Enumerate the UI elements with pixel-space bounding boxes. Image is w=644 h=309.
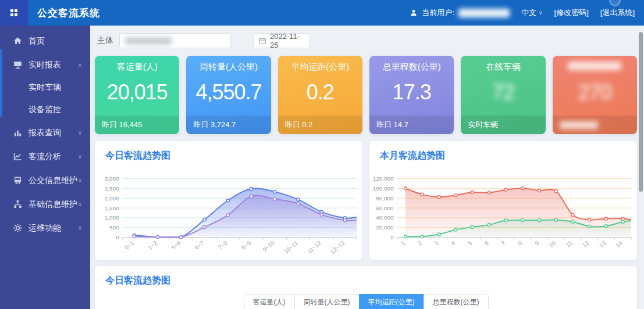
gear-icon (13, 223, 23, 233)
svg-text:2,500: 2,500 (105, 185, 119, 192)
sidebar-item-label: 客流分析 (29, 152, 61, 162)
svg-text:2,000: 2,000 (105, 195, 119, 202)
sidebar-item-home[interactable]: 首页 (0, 29, 90, 53)
svg-text:10~11: 10~11 (283, 239, 299, 254)
sidebar-item-label: 公交信息维护 (29, 175, 77, 186)
stat-card-footer: 昨日 16,445 (95, 116, 179, 134)
change-password-link[interactable]: [修改密码] (554, 8, 589, 18)
svg-text:8: 8 (517, 239, 524, 246)
chevron-down-icon: ∨ (78, 225, 82, 231)
sidebar-item-base-info[interactable]: 基础信息维护∨ (0, 192, 90, 216)
svg-text:20,000: 20,000 (376, 224, 394, 231)
stat-card-3: 总里程数(公里)17.3昨日 14.7 (369, 56, 454, 134)
logout-link[interactable]: [退出系统] (600, 8, 635, 18)
chart-canvas: 05001,0001,5002,0002,5003,0000~11~25~66~… (96, 163, 361, 260)
svg-text:100,000: 100,000 (373, 185, 394, 192)
subject-value-redacted (125, 37, 172, 45)
bars-icon (13, 128, 23, 138)
svg-text:9: 9 (533, 239, 540, 246)
stat-card-value: 4,550.7 (186, 80, 271, 105)
subject-input[interactable] (119, 33, 231, 48)
svg-text:5~6: 5~6 (170, 239, 182, 251)
today-trend-chart: 05001,0001,5002,0002,5003,0000~11~25~66~… (95, 163, 362, 260)
chevron-down-icon: ∨ (78, 201, 82, 207)
app-root: 公交客流系统 当前用户: 中文 ∨ [修改密码] [退出系统] 首页实时报表∧实… (0, 0, 644, 309)
filter-toolbar: 主体 2022-11-25 (97, 33, 637, 48)
svg-text:10: 10 (547, 239, 557, 249)
date-picker[interactable]: 2022-11-25 (253, 33, 310, 48)
header-right: 当前用户: 中文 ∨ [修改密码] [退出系统] (410, 8, 644, 18)
svg-text:11~12: 11~12 (306, 239, 322, 254)
stat-card-value: 20,015 (95, 80, 179, 105)
svg-text:1,000: 1,000 (105, 214, 119, 221)
menu-toggle-button[interactable] (0, 0, 28, 26)
stat-card-1: 周转量(人公里)4,550.7昨日 3,724.7 (186, 56, 271, 134)
app-title: 公交客流系统 (37, 6, 100, 20)
svg-text:500: 500 (109, 224, 119, 231)
svg-text:120,000: 120,000 (373, 175, 394, 182)
today-trend-title: 今日客流趋势图 (95, 141, 362, 163)
svg-text:9~10: 9~10 (261, 239, 276, 253)
chevron-up-icon: ∧ (78, 62, 82, 68)
metric-tab-0[interactable]: 客运量(人) (244, 294, 295, 309)
month-trend-title: 本月客流趋势图 (369, 141, 637, 163)
sidebar-item-label: 运维功能 (29, 223, 61, 233)
sidebar-item-label: 基础信息维护 (29, 199, 77, 210)
svg-text:6~7: 6~7 (194, 239, 205, 251)
current-user: 当前用户: (410, 8, 510, 18)
current-user-label: 当前用户: (422, 8, 454, 18)
stat-card-title: 周转量(人公里) (186, 62, 271, 73)
sidebar-subitem-realtime-vehicle[interactable]: 实时车辆 (0, 77, 90, 99)
stat-card-value: 0.2 (278, 80, 362, 105)
sitemap-icon (13, 199, 23, 209)
bottom-trend-title: 今日客流趋势图 (95, 266, 637, 288)
svg-text:40,000: 40,000 (376, 214, 394, 221)
sidebar-item-bus-info[interactable]: 公交信息维护∨ (0, 168, 90, 192)
svg-text:3,000: 3,000 (105, 175, 119, 182)
stat-card-footer: 实时车辆 (461, 116, 545, 134)
floating-widget-button[interactable] (609, 0, 621, 6)
svg-text:11: 11 (565, 239, 574, 248)
stat-card-footer: 昨日 0.2 (278, 116, 362, 134)
monitor-icon (13, 60, 23, 70)
sidebar-subitem-device-monitor[interactable]: 设备监控 (0, 99, 90, 121)
stat-cards-row: 客运量(人)20,015昨日 16,445周转量(人公里)4,550.7昨日 3… (95, 56, 637, 134)
sidebar-scroll-indicator[interactable] (0, 49, 2, 117)
stat-card-title: 总里程数(公里) (369, 62, 454, 73)
svg-text:1~2: 1~2 (147, 239, 158, 251)
svg-text:60,000: 60,000 (376, 205, 394, 211)
app-header: 公交客流系统 当前用户: 中文 ∨ [修改密码] [退出系统] (0, 0, 644, 26)
svg-text:2: 2 (417, 239, 424, 246)
language-select[interactable]: 中文 ∨ (521, 8, 543, 18)
main-content: 主体 2022-11-25 客运量(人)20,015昨日 16,445周转量(人… (90, 26, 644, 309)
chart-canvas: 020,00040,00060,00080,000100,000120,0001… (371, 163, 636, 260)
stat-card-5: 270 (553, 56, 637, 134)
metric-tab-1[interactable]: 周转量(人公里) (294, 294, 360, 309)
metric-tabs: 客运量(人)周转量(人公里)平均运距(公里)总里程数(公里) (95, 294, 637, 309)
today-trend-card: 今日客流趋势图 05001,0001,5002,0002,5003,0000~1… (95, 141, 362, 260)
sidebar-item-realtime-report[interactable]: 实时报表∧ (0, 53, 90, 77)
apps-grid-icon (10, 9, 17, 16)
page-scrollbar[interactable] (639, 32, 643, 192)
stat-card-title: 在线车辆 (461, 62, 545, 73)
metric-tab-3[interactable]: 总里程数(公里) (424, 294, 489, 309)
svg-text:4: 4 (450, 239, 457, 246)
stat-card-value: 17.3 (369, 80, 454, 105)
bus-icon (13, 175, 23, 185)
charts-row: 今日客流趋势图 05001,0001,5002,0002,5003,0000~1… (95, 141, 637, 260)
svg-text:0~1: 0~1 (123, 239, 135, 251)
sidebar: 首页实时报表∧实时车辆设备监控报表查询∨客流分析∨公交信息维护∨基础信息维护∨运… (0, 26, 90, 309)
svg-text:7: 7 (500, 239, 507, 246)
metric-tab-2[interactable]: 平均运距(公里) (359, 294, 424, 309)
sidebar-item-flow-analysis[interactable]: 客流分析∨ (0, 145, 90, 168)
stat-card-footer: 昨日 3,724.7 (186, 116, 271, 134)
sidebar-item-ops[interactable]: 运维功能∨ (0, 216, 90, 240)
sidebar-item-report-query[interactable]: 报表查询∨ (0, 121, 90, 145)
bottom-trend-card: 今日客流趋势图 客运量(人)周转量(人公里)平均运距(公里)总里程数(公里) (95, 266, 637, 309)
sidebar-item-label: 报表查询 (29, 128, 61, 138)
svg-text:6: 6 (483, 239, 490, 246)
svg-text:12: 12 (581, 239, 590, 249)
date-value: 2022-11-25 (270, 32, 305, 49)
svg-text:12~13: 12~13 (329, 239, 346, 255)
user-icon (410, 9, 418, 17)
